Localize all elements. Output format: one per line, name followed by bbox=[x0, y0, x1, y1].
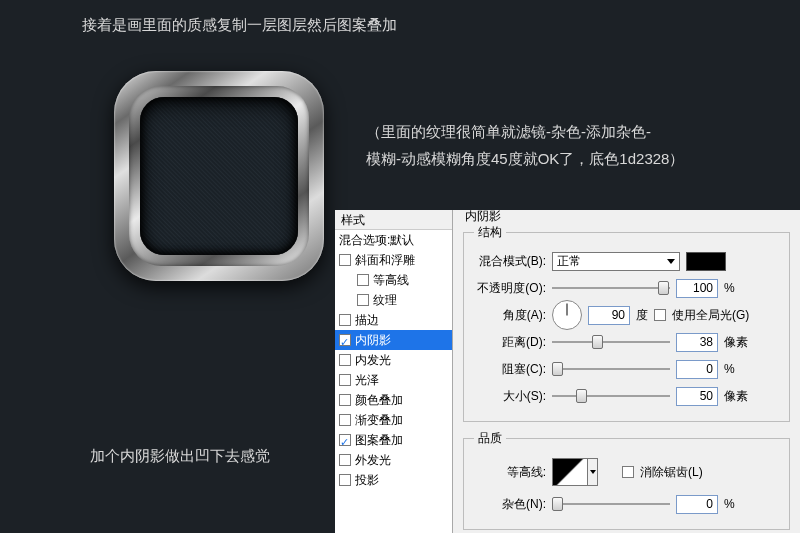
contour-picker[interactable] bbox=[552, 458, 588, 486]
layer-style-panel: 样式 混合选项:默认 斜面和浮雕 等高线 纹理 描边 内阴影 内发光 光泽 颜色… bbox=[335, 210, 800, 533]
style-inner-glow[interactable]: 内发光 bbox=[335, 350, 452, 370]
styles-header: 样式 bbox=[335, 210, 452, 230]
caption-right-line2: 模糊-动感模糊角度45度就OK了，底色1d2328） bbox=[366, 145, 684, 172]
noise-slider[interactable] bbox=[552, 495, 670, 513]
group-structure: 结构 混合模式(B): 正常 不透明度(O): 100 % 角度(A): 90 bbox=[463, 224, 790, 422]
size-label: 大小(S): bbox=[474, 388, 546, 405]
choke-slider[interactable] bbox=[552, 360, 670, 378]
group-quality-legend: 品质 bbox=[474, 430, 506, 447]
contour-dropdown-arrow[interactable] bbox=[588, 458, 598, 486]
chevron-down-icon bbox=[667, 259, 675, 264]
checkbox-texture[interactable] bbox=[357, 294, 369, 306]
checkbox-outer-glow[interactable] bbox=[339, 454, 351, 466]
opacity-input[interactable]: 100 bbox=[676, 279, 718, 298]
styles-list: 样式 混合选项:默认 斜面和浮雕 等高线 纹理 描边 内阴影 内发光 光泽 颜色… bbox=[335, 210, 453, 533]
distance-label: 距离(D): bbox=[474, 334, 546, 351]
checkbox-inner-glow[interactable] bbox=[339, 354, 351, 366]
style-pattern-overlay[interactable]: 图案叠加 bbox=[335, 430, 452, 450]
angle-dial[interactable] bbox=[552, 300, 582, 330]
noise-input[interactable]: 0 bbox=[676, 495, 718, 514]
size-input[interactable]: 50 bbox=[676, 387, 718, 406]
caption-bottom: 加个内阴影做出凹下去感觉 bbox=[90, 447, 270, 466]
style-gradient-overlay[interactable]: 渐变叠加 bbox=[335, 410, 452, 430]
style-blending-options[interactable]: 混合选项:默认 bbox=[335, 230, 452, 250]
opacity-unit: % bbox=[724, 281, 735, 295]
checkbox-gradient-overlay[interactable] bbox=[339, 414, 351, 426]
blend-mode-value: 正常 bbox=[557, 253, 581, 270]
style-drop-shadow[interactable]: 投影 bbox=[335, 470, 452, 490]
icon-preview bbox=[114, 71, 324, 281]
style-bevel[interactable]: 斜面和浮雕 bbox=[335, 250, 452, 270]
contour-label: 等高线: bbox=[474, 464, 546, 481]
checkbox-stroke[interactable] bbox=[339, 314, 351, 326]
choke-input[interactable]: 0 bbox=[676, 360, 718, 379]
angle-unit: 度 bbox=[636, 307, 648, 324]
size-slider[interactable] bbox=[552, 387, 670, 405]
angle-label: 角度(A): bbox=[474, 307, 546, 324]
shadow-color-swatch[interactable] bbox=[686, 252, 726, 271]
opacity-label: 不透明度(O): bbox=[474, 280, 546, 297]
noise-unit: % bbox=[724, 497, 735, 511]
checkbox-satin[interactable] bbox=[339, 374, 351, 386]
checkbox-contour[interactable] bbox=[357, 274, 369, 286]
settings-title: 内阴影 bbox=[465, 208, 501, 225]
noise-label: 杂色(N): bbox=[474, 496, 546, 513]
style-stroke[interactable]: 描边 bbox=[335, 310, 452, 330]
style-satin[interactable]: 光泽 bbox=[335, 370, 452, 390]
caption-top: 接着是画里面的质感复制一层图层然后图案叠加 bbox=[82, 16, 397, 35]
size-unit: 像素 bbox=[724, 388, 748, 405]
icon-metal-bezel bbox=[129, 86, 309, 266]
antialias-label: 消除锯齿(L) bbox=[640, 464, 703, 481]
checkbox-bevel[interactable] bbox=[339, 254, 351, 266]
choke-unit: % bbox=[724, 362, 735, 376]
style-texture[interactable]: 纹理 bbox=[335, 290, 452, 310]
caption-right-line1: （里面的纹理很简单就滤镜-杂色-添加杂色- bbox=[366, 118, 684, 145]
choke-label: 阻塞(C): bbox=[474, 361, 546, 378]
style-contour[interactable]: 等高线 bbox=[335, 270, 452, 290]
style-color-overlay[interactable]: 颜色叠加 bbox=[335, 390, 452, 410]
checkbox-color-overlay[interactable] bbox=[339, 394, 351, 406]
checkbox-antialias[interactable] bbox=[622, 466, 634, 478]
style-inner-shadow[interactable]: 内阴影 bbox=[335, 330, 452, 350]
checkbox-global-light[interactable] bbox=[654, 309, 666, 321]
group-quality: 品质 等高线: 消除锯齿(L) 杂色(N): 0 % bbox=[463, 430, 790, 530]
checkbox-drop-shadow[interactable] bbox=[339, 474, 351, 486]
opacity-slider[interactable] bbox=[552, 279, 670, 297]
blend-mode-label: 混合模式(B): bbox=[474, 253, 546, 270]
checkbox-inner-shadow[interactable] bbox=[339, 334, 351, 346]
caption-right: （里面的纹理很简单就滤镜-杂色-添加杂色- 模糊-动感模糊角度45度就OK了，底… bbox=[366, 118, 684, 172]
distance-input[interactable]: 38 bbox=[676, 333, 718, 352]
checkbox-pattern-overlay[interactable] bbox=[339, 434, 351, 446]
inner-shadow-settings: 内阴影 结构 混合模式(B): 正常 不透明度(O): 100 % 角度(A): bbox=[453, 210, 800, 533]
distance-slider[interactable] bbox=[552, 333, 670, 351]
global-light-label: 使用全局光(G) bbox=[672, 307, 749, 324]
group-structure-legend: 结构 bbox=[474, 224, 506, 241]
angle-input[interactable]: 90 bbox=[588, 306, 630, 325]
icon-texture-surface bbox=[140, 97, 298, 255]
blend-mode-dropdown[interactable]: 正常 bbox=[552, 252, 680, 271]
distance-unit: 像素 bbox=[724, 334, 748, 351]
style-outer-glow[interactable]: 外发光 bbox=[335, 450, 452, 470]
